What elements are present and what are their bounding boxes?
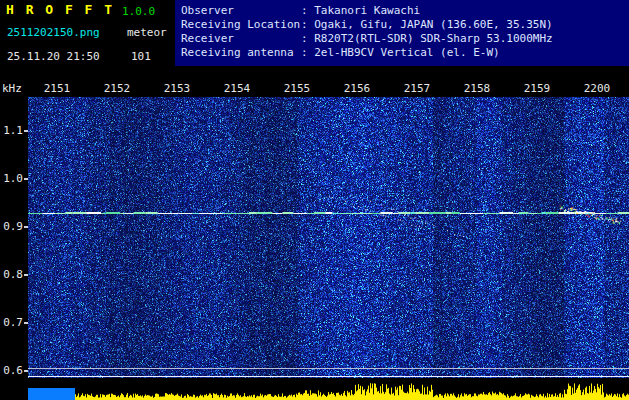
observation-info-panel: Observer: Takanori Kawachi Receiving Loc…	[175, 0, 629, 66]
freq-tick-label: 1.0	[0, 172, 23, 185]
info-value: 2el-HB9CV Vertical (el. E-W)	[314, 46, 499, 59]
spectrogram-canvas	[28, 97, 629, 378]
time-tick-label: 2158	[458, 82, 496, 95]
info-value: Takanori Kawachi	[314, 4, 420, 17]
time-tick-label: 2156	[338, 82, 376, 95]
y-axis-unit-label: kHz	[2, 82, 22, 95]
info-label: Observer	[181, 4, 301, 17]
observation-datetime: 25.11.20 21:50	[7, 50, 100, 63]
output-filename: 2511202150.png	[7, 26, 100, 39]
time-tick-label: 2153	[158, 82, 196, 95]
freq-tick-label: 0.6	[0, 364, 23, 377]
info-value: Ogaki, Gifu, JAPAN (136.60E, 35.35N)	[314, 18, 552, 31]
hrofft-screen: H R O F F T 1.0.0 2511202150.png meteor …	[0, 0, 629, 400]
echo-count: 101	[131, 50, 151, 63]
freq-tick-label: 0.7	[0, 316, 23, 329]
info-row-antenna: Receiving antenna: 2el-HB9CV Vertical (e…	[181, 46, 500, 59]
observation-mode-label: meteor	[127, 26, 167, 39]
info-label: Receiver	[181, 32, 301, 45]
info-value: R820T2(RTL-SDR) SDR-Sharp 53.1000MHz	[314, 32, 552, 45]
activity-histogram-canvas	[28, 379, 629, 400]
time-tick-label: 2152	[98, 82, 136, 95]
app-version: 1.0.0	[122, 5, 155, 18]
freq-tick-label: 0.8	[0, 268, 23, 281]
time-tick-label: 2154	[218, 82, 256, 95]
info-row-receiver: Receiver: R820T2(RTL-SDR) SDR-Sharp 53.1…	[181, 32, 553, 45]
info-row-observer: Observer: Takanori Kawachi	[181, 4, 420, 17]
info-row-location: Receiving Location: Ogaki, Gifu, JAPAN (…	[181, 18, 553, 31]
time-tick-label: 2157	[398, 82, 436, 95]
time-tick-label: 2200	[578, 82, 616, 95]
freq-tick-label: 0.9	[0, 220, 23, 233]
freq-tick-label: 1.1	[0, 124, 23, 137]
time-tick-label: 2159	[518, 82, 556, 95]
info-label: Receiving Location	[181, 18, 301, 31]
info-colon: :	[301, 4, 314, 17]
info-label: Receiving antenna	[181, 46, 301, 59]
info-colon: :	[301, 46, 314, 59]
app-title: H R O F F T	[6, 3, 114, 16]
time-tick-label: 2155	[278, 82, 316, 95]
time-tick-label: 2151	[38, 82, 76, 95]
info-colon: :	[301, 18, 314, 31]
info-colon: :	[301, 32, 314, 45]
